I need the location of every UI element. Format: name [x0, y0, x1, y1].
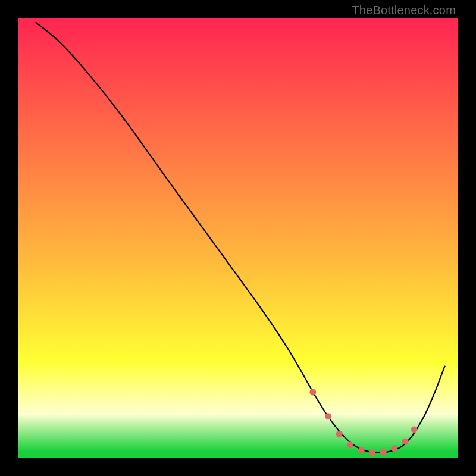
minimum-marker	[325, 413, 331, 419]
minimum-marker	[380, 449, 387, 455]
minimum-marker	[402, 438, 409, 444]
minimum-marker	[411, 426, 418, 433]
minimum-marker	[309, 389, 316, 396]
minimum-marker	[358, 447, 365, 453]
minimum-marker	[347, 441, 353, 448]
bottleneck-chart	[18, 18, 458, 458]
watermark-text: TheBottleneck.com	[352, 4, 456, 17]
minimum-marker	[369, 450, 375, 456]
gradient-background	[18, 18, 458, 458]
minimum-marker	[391, 445, 397, 452]
chart-frame	[18, 18, 458, 458]
minimum-marker	[336, 431, 343, 437]
